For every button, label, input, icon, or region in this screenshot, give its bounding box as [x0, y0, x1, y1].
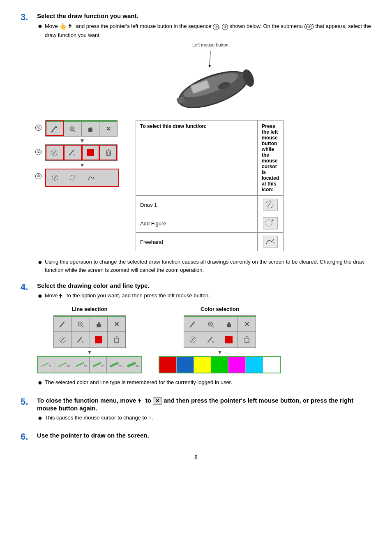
row2-panel: 5 — [45, 144, 118, 161]
pencil5-cell: 5 — [64, 145, 82, 160]
color-hand-cell — [220, 316, 238, 331]
draw1-cell — [46, 145, 64, 160]
addfig-icon: + — [263, 217, 278, 229]
addfig-label: Add Figure — [136, 214, 258, 233]
step4-title: Select the drawing color and line type. — [37, 282, 371, 289]
step6-title: Use the pointer to draw on the screen. — [37, 432, 371, 439]
line-zoom-cell — [72, 316, 90, 331]
color-submenu — [159, 356, 281, 373]
color-draw1-cell — [184, 332, 202, 348]
line-pencil-cell — [54, 316, 72, 331]
step4-bullet1-text: Move to the option you want, and then pr… — [45, 292, 371, 300]
bullet-dot: ● — [38, 21, 42, 31]
step3-number: 3. — [21, 12, 33, 22]
svg-rect-75 — [229, 322, 230, 324]
step3-note-text: Using this operation to change the selec… — [45, 258, 371, 274]
draw-section: ① ✕ — [45, 120, 371, 251]
svg-line-36 — [267, 202, 271, 207]
svg-line-66 — [127, 363, 136, 366]
step6: 6. Use the pointer to draw on the screen… — [21, 432, 371, 442]
svg-line-64 — [110, 363, 118, 366]
draw1-label: Draw 1 — [136, 196, 258, 214]
line-close-cell: ✕ — [108, 316, 125, 331]
zoom-cell — [64, 120, 82, 136]
bullet-dot3: ● — [38, 413, 42, 423]
color-yellow — [194, 357, 211, 373]
line-hand-cell — [90, 316, 108, 331]
line-redsq-cell — [90, 332, 108, 348]
note-bullet2: ● — [38, 378, 42, 388]
svg-line-43 — [82, 326, 83, 327]
step5-number: 5. — [21, 397, 33, 407]
trash-cell — [99, 145, 117, 160]
step4-diagrams: Line selection ✕ — [37, 306, 371, 373]
svg-text:5: 5 — [212, 340, 214, 344]
color-selection-label: Color selection — [201, 306, 239, 312]
svg-rect-20 — [88, 128, 89, 130]
color-menu-row1: ✕ — [184, 316, 256, 332]
step4-bullet1: ● Move to the option you want, and then … — [38, 292, 371, 301]
submenu-cell4 — [100, 169, 118, 186]
hand-cell — [82, 120, 100, 136]
svg-line-78 — [208, 337, 212, 342]
step3: 3. Select the draw function you want. ● … — [21, 12, 371, 276]
svg-text:+: + — [272, 218, 274, 222]
step3-bullet1-text: Move 👆⁠ and press the pointer's left mou… — [45, 22, 371, 39]
svg-rect-19 — [91, 127, 92, 129]
menu-arrow1: ▼ — [45, 137, 119, 144]
svg-text:30: 30 — [136, 365, 139, 368]
page-number: 8 — [21, 454, 371, 460]
svg-marker-83 — [138, 398, 142, 403]
table-col2-header: Press the left mouse button while the mo… — [257, 120, 283, 196]
note-bullet: ● — [38, 257, 42, 267]
svg-text:20: 20 — [101, 365, 104, 368]
pointer-label: Left mouse button — [192, 42, 228, 47]
svg-text:15: 15 — [84, 365, 87, 368]
color-green — [211, 357, 228, 373]
color-zoom-cell — [202, 316, 220, 331]
step5: 5. To close the function menu, move to ✕… — [21, 397, 371, 425]
color-red — [159, 357, 177, 373]
svg-line-41 — [60, 322, 64, 327]
table-row-freehand: Freehand — [136, 233, 284, 251]
color-blue — [177, 357, 194, 373]
step5-title: To close the function menu, move to ✕ an… — [37, 397, 371, 412]
svg-line-22 — [53, 151, 55, 154]
submenu-cell1 — [46, 169, 64, 186]
line-main-menu: ✕ 5 — [53, 315, 126, 348]
svg-line-34 — [93, 178, 95, 179]
step6-content: Use the pointer to draw on the screen. — [37, 432, 371, 441]
line-draw1-cell — [54, 332, 72, 348]
freehand-label: Freehand — [136, 233, 258, 251]
svg-line-56 — [41, 363, 49, 366]
svg-rect-46 — [97, 324, 101, 327]
step4-note-text: The selected color and line type is reme… — [45, 378, 371, 387]
line-opt4: 20 — [90, 357, 107, 373]
step4-number: 4. — [21, 282, 33, 292]
step5-content: To close the function menu, move to ✕ an… — [37, 397, 371, 425]
svg-marker-40 — [59, 293, 63, 298]
step6-number: 6. — [21, 432, 33, 442]
red-sq-cell — [82, 145, 100, 160]
submenu-cell2: + — [64, 169, 82, 186]
draw-function-table: To select this draw function: Press the … — [136, 120, 284, 251]
table-col1-header: To select this draw function: — [136, 120, 258, 196]
svg-rect-80 — [245, 338, 249, 343]
svg-line-62 — [93, 363, 101, 366]
main-menu-panel: ✕ — [45, 120, 118, 137]
svg-line-31 — [54, 176, 56, 179]
svg-rect-25 — [106, 151, 111, 155]
table-row-addfig: Add Figure + — [136, 214, 284, 233]
svg-line-14 — [74, 130, 75, 132]
close-x-inline-icon: ✕ — [153, 397, 162, 405]
pointer-diagram: Left mouse button ↓ — [49, 42, 371, 116]
svg-line-70 — [212, 326, 214, 327]
line-opt6: 30 — [124, 357, 141, 373]
color-menu-row2: 5 — [184, 332, 256, 348]
step4-note: ● The selected color and line type is re… — [38, 378, 371, 388]
draw1-icon — [263, 199, 278, 211]
line-trash-cell — [108, 332, 125, 348]
svg-line-58 — [58, 363, 67, 366]
color-selection-block: Color selection ✕ — [159, 306, 281, 373]
svg-rect-73 — [227, 324, 231, 327]
